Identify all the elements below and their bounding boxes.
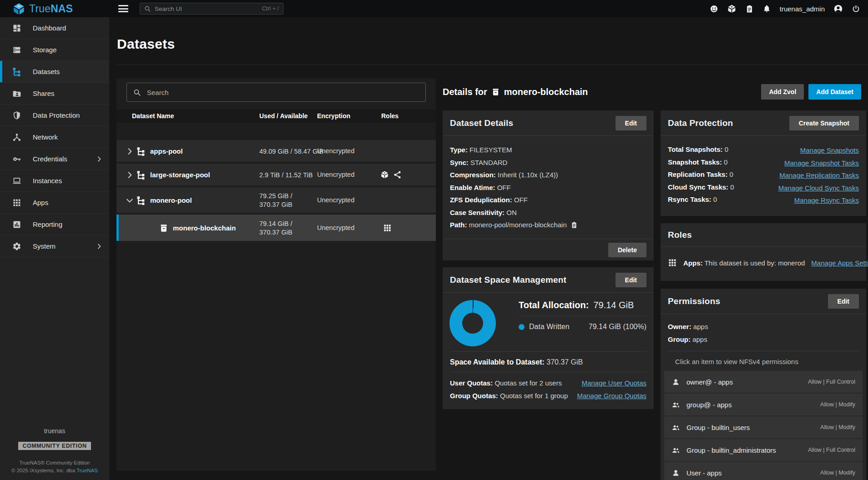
dataset-encryption: Unencrypted [317, 171, 354, 178]
manage-cloud-sync-tasks-link[interactable]: Manage Cloud Sync Tasks [778, 182, 859, 195]
manage-rsync-tasks-link[interactable]: Manage Rsync Tasks [794, 194, 859, 207]
sidebar-item-label: Shares [33, 90, 55, 97]
sidebar-item-label: Credentials [33, 155, 67, 163]
page-title: Datasets [117, 36, 175, 52]
chevron-right-icon [96, 155, 103, 163]
dataset-tree-icon [136, 196, 146, 205]
user-icon [671, 378, 680, 386]
expand-chevron-right-icon[interactable] [125, 170, 134, 180]
details-title: Details for monero-blockchain [443, 87, 588, 97]
manage-apps-settings-link[interactable]: Manage Apps Settings [811, 259, 868, 267]
collapse-chevron-down-icon[interactable] [125, 196, 134, 205]
search-shortcut-hint: Ctrl + / [262, 5, 279, 12]
manage-replication-tasks-link[interactable]: Manage Replication Tasks [779, 169, 859, 182]
truenas-link[interactable]: TrueNAS [76, 468, 98, 473]
sidebar-item-network[interactable]: Network [0, 126, 109, 148]
feedback-smiley-icon[interactable] [710, 5, 718, 13]
storage-icon [12, 45, 21, 55]
dataset-roles [383, 224, 392, 232]
group-quotas-row: Group Quotas: Quotas set for 1 group Man… [450, 392, 646, 400]
title-divider [117, 65, 868, 65]
details-column-left: Dataset Details Edit Type: FILESYSTEM Sy… [443, 110, 654, 416]
dataset-details-card: Dataset Details Edit Type: FILESYSTEM Sy… [443, 110, 654, 260]
global-search-input[interactable] [155, 5, 258, 12]
table-row-apps-pool[interactable]: apps-pool 49.09 GiB / 58.47 GiB Unencryp… [116, 140, 436, 163]
sidebar-item-system[interactable]: System [0, 235, 109, 257]
permissions-card: Permissions Edit Owner: apps Group: apps… [661, 289, 866, 480]
legend-data-written: Data Written 79.14 GiB (100%) [519, 323, 646, 331]
truenas-logo[interactable]: TrueNAS [0, 3, 109, 15]
sidebar-item-label: Instances [33, 177, 62, 185]
dataset-details-edit-button[interactable]: Edit [616, 116, 646, 130]
truenas-logo-text: TrueNAS [29, 3, 73, 15]
permissions-edit-button[interactable]: Edit [828, 294, 859, 309]
delete-dataset-button[interactable]: Delete [608, 243, 646, 257]
group-row: Group: apps [668, 333, 859, 346]
details-dataset-name: monero-blockchain [504, 87, 588, 97]
sidebar-item-label: System [33, 242, 56, 250]
column-roles: Roles [381, 112, 399, 120]
group-icon [671, 423, 680, 432]
apps-role-grid-icon [668, 258, 677, 267]
dataset-name: monero-pool [150, 196, 192, 204]
power-icon[interactable] [852, 5, 860, 13]
dataset-used-available: 79.14 GiB /370.37 GiB [259, 220, 293, 237]
total-snapshots-row: Total Snapshots: 0Manage Snapshots [668, 143, 859, 156]
legend-dot-icon [519, 324, 525, 330]
datasets-search[interactable] [126, 83, 426, 102]
truecommand-cube-icon[interactable] [727, 4, 737, 14]
edition-badge: COMMUNITY EDITION [18, 442, 91, 450]
permission-item-builtin-administrators[interactable]: Group - builtin_administrators Allow | F… [664, 439, 863, 461]
manage-snapshot-tasks-link[interactable]: Manage Snapshot Tasks [784, 157, 859, 170]
create-snapshot-button[interactable]: Create Snapshot [789, 116, 859, 130]
user-avatar-icon[interactable] [833, 4, 843, 14]
space-management-card: Dataset Space Management Edit Total Allo… [443, 267, 654, 409]
dataset-tree-icon [136, 147, 146, 156]
shares-folder-icon [12, 89, 21, 98]
sidebar-item-data-protection[interactable]: Data Protection [0, 105, 109, 126]
datasets-search-input[interactable] [147, 89, 419, 96]
total-allocation: Total Allocation:79.14 GiB [519, 300, 646, 316]
sidebar-item-instances[interactable]: Instances [0, 170, 109, 192]
table-row-large-storage-pool[interactable]: large-storage-pool 2.9 TiB / 11.52 TiB U… [116, 164, 436, 186]
expand-chevron-right-icon[interactable] [125, 147, 134, 156]
table-row-monero-pool[interactable]: monero-pool 79.25 GiB /370.37 GiB Unencr… [116, 187, 436, 214]
manage-group-quotas-link[interactable]: Manage Group Quotas [577, 392, 646, 400]
sidebar-item-storage[interactable]: Storage [0, 39, 109, 61]
permissions-hint: Click an item to view NFSv4 permissions [664, 351, 863, 371]
permission-item-user-apps[interactable]: User - apps Allow | Modify [664, 462, 863, 480]
add-zvol-button[interactable]: Add Zvol [761, 84, 804, 100]
space-management-title: Dataset Space Management [450, 275, 566, 285]
permission-item-group[interactable]: group@ - apps Allow | Modify [664, 394, 863, 415]
manage-snapshots-link[interactable]: Manage Snapshots [800, 144, 859, 157]
sidebar-toggle-button[interactable] [118, 5, 128, 12]
sidebar-item-datasets[interactable]: Datasets [0, 61, 109, 83]
jobs-clipboard-icon[interactable] [745, 5, 754, 13]
roles-card: Roles Apps: This dataset is used by: mon… [661, 223, 866, 281]
add-dataset-button[interactable]: Add Dataset [808, 84, 861, 100]
roles-apps-text: Apps: This dataset is used by: monerod [683, 259, 805, 267]
datasets-tree-panel: Dataset Name Used / Available Encryption… [116, 78, 436, 471]
copy-path-clipboard-icon[interactable] [570, 221, 578, 229]
divider [450, 351, 646, 352]
snapshot-tasks-row: Snapshot Tasks: 0Manage Snapshot Tasks [668, 156, 859, 169]
global-search[interactable]: Ctrl + / [140, 3, 283, 15]
space-management-edit-button[interactable]: Edit [616, 273, 646, 287]
permission-item-builtin-users[interactable]: Group - builtin_users Allow | Modify [664, 416, 863, 438]
sidebar-item-credentials[interactable]: Credentials [0, 148, 109, 170]
sidebar-item-reporting[interactable]: Reporting [0, 214, 109, 235]
permission-item-owner[interactable]: owner@ - apps Allow | Full Control [664, 371, 863, 393]
sidebar-item-dashboard[interactable]: Dashboard [0, 17, 109, 39]
sidebar-item-label: Storage [33, 46, 57, 54]
dataset-encryption: Unencrypted [317, 196, 354, 204]
table-row-monero-blockchain[interactable]: monero-blockchain 79.14 GiB /370.37 GiB … [116, 215, 436, 242]
details-column-right: Data Protection Create Snapshot Total Sn… [661, 110, 866, 480]
notifications-bell-icon[interactable] [762, 5, 771, 13]
manage-user-quotas-link[interactable]: Manage User Quotas [581, 379, 646, 387]
sidebar-item-apps[interactable]: Apps [0, 192, 109, 214]
datasets-table-header: Dataset Name Used / Available Encryption… [116, 109, 436, 123]
group-icon [671, 400, 680, 409]
field-path: Path: monero-pool/monero-blockchain [450, 219, 646, 231]
datasets-tree-icon [12, 67, 21, 76]
sidebar-item-shares[interactable]: Shares [0, 83, 109, 105]
